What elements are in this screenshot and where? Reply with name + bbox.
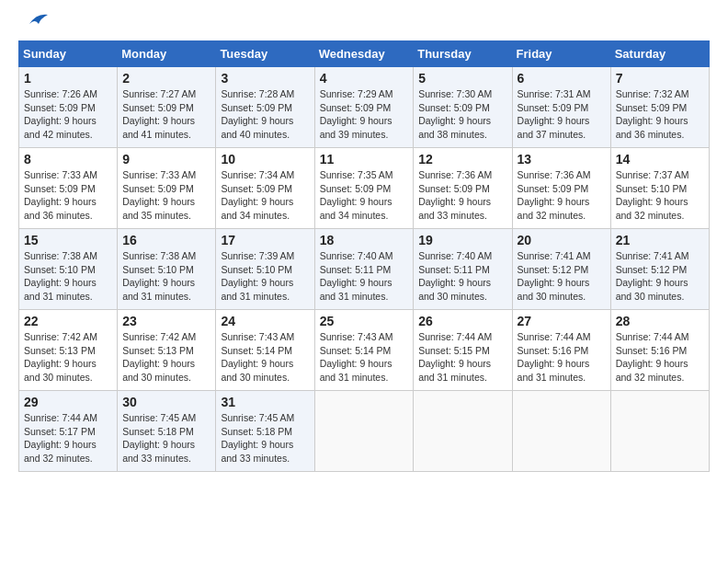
day-info: Sunrise: 7:34 AMSunset: 5:09 PMDaylight:… — [221, 169, 294, 221]
day-info: Sunrise: 7:33 AMSunset: 5:09 PMDaylight:… — [122, 169, 196, 221]
day-number: 3 — [221, 71, 309, 86]
day-number: 21 — [616, 233, 704, 247]
calendar-cell — [610, 391, 709, 472]
day-number: 24 — [221, 314, 309, 328]
calendar-cell — [314, 391, 414, 472]
calendar-cell: 21 Sunrise: 7:41 AMSunset: 5:12 PMDaylig… — [610, 229, 709, 310]
day-info: Sunrise: 7:38 AMSunset: 5:10 PMDaylight:… — [24, 250, 97, 302]
day-info: Sunrise: 7:40 AMSunset: 5:11 PMDaylight:… — [418, 250, 492, 302]
week-row-1: 1 Sunrise: 7:26 AMSunset: 5:09 PMDayligh… — [19, 67, 710, 148]
day-info: Sunrise: 7:42 AMSunset: 5:13 PMDaylight:… — [24, 331, 97, 383]
day-info: Sunrise: 7:36 AMSunset: 5:09 PMDaylight:… — [418, 169, 492, 221]
week-row-3: 15 Sunrise: 7:38 AMSunset: 5:10 PMDaylig… — [19, 229, 710, 310]
calendar-cell: 25 Sunrise: 7:43 AMSunset: 5:14 PMDaylig… — [314, 310, 414, 391]
day-number: 17 — [221, 233, 309, 247]
day-info: Sunrise: 7:45 AMSunset: 5:18 PMDaylight:… — [122, 412, 196, 464]
day-number: 29 — [24, 395, 112, 409]
calendar-cell: 11 Sunrise: 7:35 AMSunset: 5:09 PMDaylig… — [314, 148, 414, 229]
day-number: 12 — [418, 152, 506, 167]
day-number: 11 — [320, 152, 409, 167]
day-number: 9 — [122, 152, 210, 167]
day-info: Sunrise: 7:41 AMSunset: 5:12 PMDaylight:… — [518, 250, 591, 302]
day-info: Sunrise: 7:30 AMSunset: 5:09 PMDaylight:… — [418, 88, 492, 140]
calendar-cell: 19 Sunrise: 7:40 AMSunset: 5:11 PMDaylig… — [414, 229, 512, 310]
calendar-cell: 28 Sunrise: 7:44 AMSunset: 5:16 PMDaylig… — [610, 310, 709, 391]
day-info: Sunrise: 7:42 AMSunset: 5:13 PMDaylight:… — [122, 331, 196, 383]
header-saturday: Saturday — [610, 41, 709, 67]
day-number: 19 — [418, 233, 506, 247]
day-info: Sunrise: 7:36 AMSunset: 5:09 PMDaylight:… — [518, 169, 591, 221]
day-info: Sunrise: 7:35 AMSunset: 5:09 PMDaylight:… — [320, 169, 393, 221]
day-info: Sunrise: 7:27 AMSunset: 5:09 PMDaylight:… — [122, 88, 196, 140]
calendar-cell: 23 Sunrise: 7:42 AMSunset: 5:13 PMDaylig… — [118, 310, 216, 391]
day-info: Sunrise: 7:33 AMSunset: 5:09 PMDaylight:… — [24, 169, 97, 221]
week-row-5: 29 Sunrise: 7:44 AMSunset: 5:17 PMDaylig… — [19, 391, 710, 472]
day-number: 8 — [24, 152, 112, 167]
day-number: 15 — [24, 233, 112, 247]
calendar-cell: 5 Sunrise: 7:30 AMSunset: 5:09 PMDayligh… — [414, 67, 512, 148]
day-info: Sunrise: 7:41 AMSunset: 5:12 PMDaylight:… — [616, 250, 689, 302]
calendar-cell: 8 Sunrise: 7:33 AMSunset: 5:09 PMDayligh… — [19, 148, 118, 229]
day-number: 26 — [418, 314, 506, 328]
calendar-cell: 7 Sunrise: 7:32 AMSunset: 5:09 PMDayligh… — [610, 67, 709, 148]
header-tuesday: Tuesday — [216, 41, 314, 67]
calendar-cell: 17 Sunrise: 7:39 AMSunset: 5:10 PMDaylig… — [216, 229, 314, 310]
day-number: 14 — [616, 152, 704, 167]
calendar-cell: 26 Sunrise: 7:44 AMSunset: 5:15 PMDaylig… — [414, 310, 512, 391]
calendar-cell: 30 Sunrise: 7:45 AMSunset: 5:18 PMDaylig… — [118, 391, 216, 472]
day-info: Sunrise: 7:39 AMSunset: 5:10 PMDaylight:… — [221, 250, 294, 302]
header — [18, 18, 710, 31]
calendar-cell: 6 Sunrise: 7:31 AMSunset: 5:09 PMDayligh… — [512, 67, 610, 148]
day-info: Sunrise: 7:44 AMSunset: 5:16 PMDaylight:… — [518, 331, 591, 383]
week-row-2: 8 Sunrise: 7:33 AMSunset: 5:09 PMDayligh… — [19, 148, 710, 229]
logo-bird-icon — [20, 11, 50, 31]
day-info: Sunrise: 7:44 AMSunset: 5:15 PMDaylight:… — [418, 331, 492, 383]
day-number: 1 — [24, 71, 112, 86]
calendar-cell: 2 Sunrise: 7:27 AMSunset: 5:09 PMDayligh… — [118, 67, 216, 148]
day-info: Sunrise: 7:32 AMSunset: 5:09 PMDaylight:… — [616, 88, 689, 140]
header-thursday: Thursday — [414, 41, 512, 67]
day-number: 23 — [122, 314, 210, 328]
day-number: 31 — [221, 395, 309, 409]
calendar-cell: 14 Sunrise: 7:37 AMSunset: 5:10 PMDaylig… — [610, 148, 709, 229]
day-number: 27 — [518, 314, 606, 328]
day-info: Sunrise: 7:38 AMSunset: 5:10 PMDaylight:… — [122, 250, 196, 302]
day-number: 10 — [221, 152, 309, 167]
week-row-4: 22 Sunrise: 7:42 AMSunset: 5:13 PMDaylig… — [19, 310, 710, 391]
day-number: 5 — [418, 71, 506, 86]
calendar-cell: 22 Sunrise: 7:42 AMSunset: 5:13 PMDaylig… — [19, 310, 118, 391]
day-number: 22 — [24, 314, 112, 328]
calendar-cell: 29 Sunrise: 7:44 AMSunset: 5:17 PMDaylig… — [19, 391, 118, 472]
day-number: 18 — [320, 233, 409, 247]
day-number: 2 — [122, 71, 210, 86]
day-info: Sunrise: 7:44 AMSunset: 5:17 PMDaylight:… — [24, 412, 97, 464]
calendar-cell: 12 Sunrise: 7:36 AMSunset: 5:09 PMDaylig… — [414, 148, 512, 229]
calendar-cell — [414, 391, 512, 472]
day-info: Sunrise: 7:28 AMSunset: 5:09 PMDaylight:… — [221, 88, 294, 140]
day-number: 13 — [518, 152, 606, 167]
calendar-header-row: SundayMondayTuesdayWednesdayThursdayFrid… — [19, 41, 710, 67]
day-number: 25 — [320, 314, 409, 328]
day-number: 7 — [616, 71, 704, 86]
logo — [18, 18, 50, 31]
calendar-cell: 9 Sunrise: 7:33 AMSunset: 5:09 PMDayligh… — [118, 148, 216, 229]
calendar-cell — [512, 391, 610, 472]
day-info: Sunrise: 7:31 AMSunset: 5:09 PMDaylight:… — [518, 88, 591, 140]
calendar-cell: 24 Sunrise: 7:43 AMSunset: 5:14 PMDaylig… — [216, 310, 314, 391]
day-number: 6 — [518, 71, 606, 86]
calendar-container: SundayMondayTuesdayWednesdayThursdayFrid… — [18, 18, 710, 472]
day-number: 28 — [616, 314, 704, 328]
calendar-cell: 1 Sunrise: 7:26 AMSunset: 5:09 PMDayligh… — [19, 67, 118, 148]
day-info: Sunrise: 7:43 AMSunset: 5:14 PMDaylight:… — [320, 331, 393, 383]
day-info: Sunrise: 7:26 AMSunset: 5:09 PMDaylight:… — [24, 88, 97, 140]
calendar-table: SundayMondayTuesdayWednesdayThursdayFrid… — [18, 40, 710, 472]
day-info: Sunrise: 7:43 AMSunset: 5:14 PMDaylight:… — [221, 331, 294, 383]
day-info: Sunrise: 7:29 AMSunset: 5:09 PMDaylight:… — [320, 88, 393, 140]
header-friday: Friday — [512, 41, 610, 67]
day-info: Sunrise: 7:44 AMSunset: 5:16 PMDaylight:… — [616, 331, 689, 383]
calendar-cell: 13 Sunrise: 7:36 AMSunset: 5:09 PMDaylig… — [512, 148, 610, 229]
calendar-cell: 20 Sunrise: 7:41 AMSunset: 5:12 PMDaylig… — [512, 229, 610, 310]
calendar-cell: 15 Sunrise: 7:38 AMSunset: 5:10 PMDaylig… — [19, 229, 118, 310]
calendar-cell: 27 Sunrise: 7:44 AMSunset: 5:16 PMDaylig… — [512, 310, 610, 391]
header-wednesday: Wednesday — [314, 41, 414, 67]
